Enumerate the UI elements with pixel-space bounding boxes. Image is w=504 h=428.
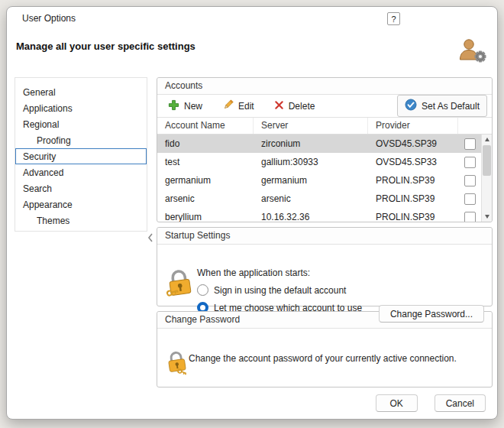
- sidebar-item-search[interactable]: Search: [15, 180, 147, 196]
- pencil-icon: [222, 99, 234, 113]
- desktop-background: User Options ? Manage all your user spec…: [0, 0, 504, 428]
- cell-provider: OVSD45.SP39: [368, 135, 458, 153]
- window-title: User Options: [22, 13, 76, 24]
- cell-account: fido: [157, 135, 254, 153]
- scrollbar-down-button[interactable]: [482, 212, 492, 222]
- radio-option-default-account[interactable]: Sign in using the default account: [197, 284, 346, 296]
- table-row[interactable]: beryllium 10.16.32.36 PROLIN.SP39: [157, 208, 492, 222]
- table-row[interactable]: arsenic arsenic PROLIN.SP39: [157, 190, 492, 208]
- cell-account: arsenic: [157, 190, 254, 208]
- row-checkbox[interactable]: [464, 193, 476, 205]
- table-row[interactable]: germanium germanium PROLIN.SP39: [157, 171, 492, 190]
- radio-label: Sign in using the default account: [214, 285, 346, 296]
- cell-server: gallium:30933: [254, 153, 368, 171]
- accounts-group-title: Accounts: [157, 78, 492, 95]
- sidebar-item-proofing[interactable]: Proofing: [15, 132, 147, 148]
- accounts-table-header: Account Name Server Provider: [157, 118, 492, 135]
- cell-server: zirconium: [254, 135, 368, 153]
- column-header-checkbox[interactable]: [458, 118, 481, 134]
- scrollbar-thumb[interactable]: [483, 145, 491, 176]
- cell-server: 10.16.32.36: [254, 208, 368, 222]
- row-checkbox[interactable]: [464, 138, 476, 150]
- triangle-down-icon: [485, 215, 489, 219]
- cell-account: beryllium: [157, 208, 254, 222]
- change-password-description: Change the account password of your curr…: [189, 353, 479, 364]
- help-button[interactable]: ?: [387, 12, 400, 25]
- delete-button-label: Delete: [289, 101, 315, 112]
- edit-account-button[interactable]: Edit: [218, 96, 259, 116]
- edit-button-label: Edit: [238, 101, 254, 112]
- table-row[interactable]: test gallium:30933 OVSD45.SP33: [157, 153, 492, 171]
- triangle-up-icon: [485, 138, 489, 141]
- sidebar-item-regional[interactable]: Regional: [15, 116, 147, 132]
- delete-account-button[interactable]: Delete: [270, 97, 320, 115]
- change-password-group: Change Password: [157, 311, 493, 387]
- startup-prompt: When the application starts:: [197, 268, 310, 278]
- column-header-account-name[interactable]: Account Name: [157, 118, 254, 134]
- table-row[interactable]: fido zirconium OVSD45.SP39: [157, 135, 492, 153]
- accounts-table: fido zirconium OVSD45.SP39 test gallium:…: [157, 135, 492, 222]
- sidebar-item-themes[interactable]: Themes: [15, 212, 147, 229]
- new-button-label: New: [184, 101, 202, 112]
- table-scrollbar[interactable]: [481, 135, 492, 222]
- chevron-left-icon: [147, 233, 153, 245]
- set-as-default-button[interactable]: Set As Default: [397, 95, 487, 117]
- cell-server: germanium: [254, 171, 368, 190]
- lock-key-icon: [165, 349, 189, 380]
- radio-button-unchecked[interactable]: [197, 284, 208, 296]
- user-options-dialog: User Options ? Manage all your user spec…: [6, 6, 498, 420]
- sidebar-item-general[interactable]: General: [15, 84, 147, 100]
- change-password-button[interactable]: Change Password...: [379, 305, 484, 323]
- dialog-footer: OK Cancel: [376, 394, 486, 412]
- new-account-button[interactable]: New: [163, 96, 207, 116]
- plus-icon: [168, 99, 179, 113]
- check-circle-icon: [405, 99, 417, 113]
- delete-x-icon: [274, 100, 284, 112]
- titlebar[interactable]: User Options ?: [7, 7, 497, 30]
- collapse-sidebar-handle[interactable]: [145, 231, 155, 246]
- page-title: Manage all your user specific settings: [16, 41, 195, 52]
- cell-provider: PROLIN.SP39: [368, 208, 458, 222]
- startup-settings-group: Startup Settings: [157, 227, 493, 306]
- row-checkbox[interactable]: [464, 212, 476, 222]
- cell-provider: OVSD45.SP33: [368, 153, 458, 171]
- cancel-button[interactable]: Cancel: [435, 394, 486, 412]
- sidebar-item-applications[interactable]: Applications: [15, 100, 147, 116]
- cell-account: germanium: [157, 171, 254, 190]
- sidebar-item-appearance[interactable]: Appearance: [15, 196, 147, 212]
- cell-account: test: [157, 153, 254, 171]
- user-settings-icon: [457, 37, 488, 66]
- column-header-server[interactable]: Server: [254, 118, 368, 134]
- ok-button[interactable]: OK: [376, 394, 418, 412]
- accounts-group: Accounts New: [157, 77, 493, 222]
- cell-server: arsenic: [254, 190, 368, 208]
- row-checkbox[interactable]: [464, 157, 476, 168]
- padlock-key-icon: [165, 268, 195, 303]
- sidebar-item-advanced[interactable]: Advanced: [15, 164, 147, 180]
- sidebar-item-security[interactable]: Security: [15, 148, 147, 164]
- scrollbar-up-button[interactable]: [482, 135, 492, 144]
- set-as-default-label: Set As Default: [422, 101, 480, 112]
- startup-group-title: Startup Settings: [157, 228, 492, 245]
- column-header-provider[interactable]: Provider: [368, 118, 458, 134]
- cell-provider: PROLIN.SP39: [368, 190, 458, 208]
- row-checkbox[interactable]: [464, 175, 476, 186]
- accounts-toolbar: New Edit: [157, 95, 492, 118]
- settings-nav: General Applications Regional Proofing S…: [15, 77, 147, 232]
- cell-provider: PROLIN.SP39: [368, 171, 458, 190]
